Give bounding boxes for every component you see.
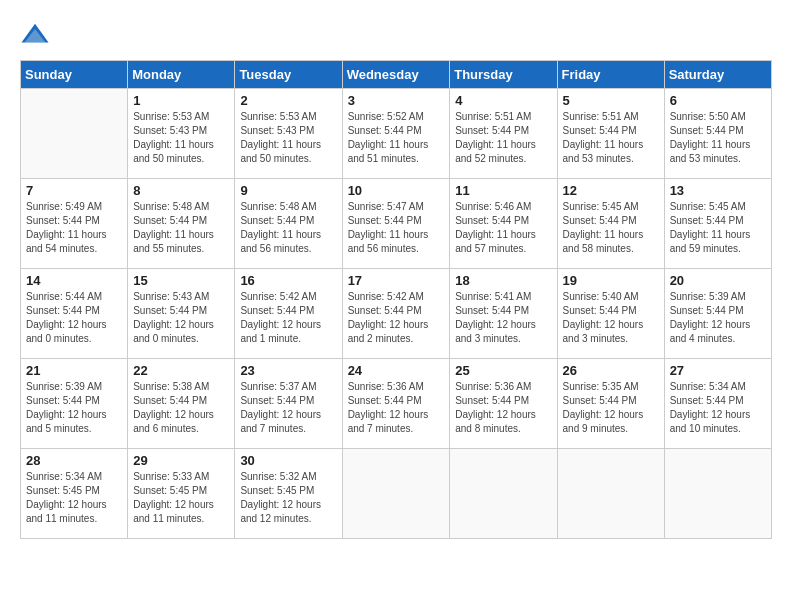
day-number: 12: [563, 183, 659, 198]
calendar-cell: 27Sunrise: 5:34 AM Sunset: 5:44 PM Dayli…: [664, 359, 771, 449]
day-number: 30: [240, 453, 336, 468]
day-number: 8: [133, 183, 229, 198]
calendar-cell: 15Sunrise: 5:43 AM Sunset: 5:44 PM Dayli…: [128, 269, 235, 359]
calendar-cell: 19Sunrise: 5:40 AM Sunset: 5:44 PM Dayli…: [557, 269, 664, 359]
day-number: 28: [26, 453, 122, 468]
calendar-cell: 2Sunrise: 5:53 AM Sunset: 5:43 PM Daylig…: [235, 89, 342, 179]
calendar-cell: 10Sunrise: 5:47 AM Sunset: 5:44 PM Dayli…: [342, 179, 450, 269]
calendar-cell: 3Sunrise: 5:52 AM Sunset: 5:44 PM Daylig…: [342, 89, 450, 179]
day-number: 23: [240, 363, 336, 378]
day-info: Sunrise: 5:49 AM Sunset: 5:44 PM Dayligh…: [26, 200, 122, 256]
calendar-cell: 26Sunrise: 5:35 AM Sunset: 5:44 PM Dayli…: [557, 359, 664, 449]
day-number: 15: [133, 273, 229, 288]
day-number: 13: [670, 183, 766, 198]
calendar-cell: [21, 89, 128, 179]
day-number: 21: [26, 363, 122, 378]
day-number: 11: [455, 183, 551, 198]
day-number: 9: [240, 183, 336, 198]
day-number: 7: [26, 183, 122, 198]
calendar-cell: 14Sunrise: 5:44 AM Sunset: 5:44 PM Dayli…: [21, 269, 128, 359]
calendar-cell: 21Sunrise: 5:39 AM Sunset: 5:44 PM Dayli…: [21, 359, 128, 449]
calendar-cell: 9Sunrise: 5:48 AM Sunset: 5:44 PM Daylig…: [235, 179, 342, 269]
day-info: Sunrise: 5:53 AM Sunset: 5:43 PM Dayligh…: [133, 110, 229, 166]
day-number: 1: [133, 93, 229, 108]
header: [20, 20, 772, 50]
day-info: Sunrise: 5:39 AM Sunset: 5:44 PM Dayligh…: [26, 380, 122, 436]
calendar-week-row: 21Sunrise: 5:39 AM Sunset: 5:44 PM Dayli…: [21, 359, 772, 449]
day-info: Sunrise: 5:43 AM Sunset: 5:44 PM Dayligh…: [133, 290, 229, 346]
logo: [20, 20, 54, 50]
calendar-cell: 5Sunrise: 5:51 AM Sunset: 5:44 PM Daylig…: [557, 89, 664, 179]
day-info: Sunrise: 5:41 AM Sunset: 5:44 PM Dayligh…: [455, 290, 551, 346]
calendar-cell: 22Sunrise: 5:38 AM Sunset: 5:44 PM Dayli…: [128, 359, 235, 449]
calendar-cell: [664, 449, 771, 539]
calendar-cell: [342, 449, 450, 539]
day-info: Sunrise: 5:53 AM Sunset: 5:43 PM Dayligh…: [240, 110, 336, 166]
day-number: 22: [133, 363, 229, 378]
day-info: Sunrise: 5:34 AM Sunset: 5:45 PM Dayligh…: [26, 470, 122, 526]
day-info: Sunrise: 5:37 AM Sunset: 5:44 PM Dayligh…: [240, 380, 336, 436]
day-info: Sunrise: 5:36 AM Sunset: 5:44 PM Dayligh…: [348, 380, 445, 436]
calendar-cell: 24Sunrise: 5:36 AM Sunset: 5:44 PM Dayli…: [342, 359, 450, 449]
day-number: 3: [348, 93, 445, 108]
column-header-saturday: Saturday: [664, 61, 771, 89]
calendar: SundayMondayTuesdayWednesdayThursdayFrid…: [20, 60, 772, 539]
day-info: Sunrise: 5:34 AM Sunset: 5:44 PM Dayligh…: [670, 380, 766, 436]
day-number: 16: [240, 273, 336, 288]
calendar-week-row: 28Sunrise: 5:34 AM Sunset: 5:45 PM Dayli…: [21, 449, 772, 539]
calendar-cell: 20Sunrise: 5:39 AM Sunset: 5:44 PM Dayli…: [664, 269, 771, 359]
day-number: 27: [670, 363, 766, 378]
calendar-week-row: 14Sunrise: 5:44 AM Sunset: 5:44 PM Dayli…: [21, 269, 772, 359]
day-info: Sunrise: 5:40 AM Sunset: 5:44 PM Dayligh…: [563, 290, 659, 346]
day-number: 14: [26, 273, 122, 288]
day-info: Sunrise: 5:45 AM Sunset: 5:44 PM Dayligh…: [563, 200, 659, 256]
calendar-cell: 8Sunrise: 5:48 AM Sunset: 5:44 PM Daylig…: [128, 179, 235, 269]
day-number: 5: [563, 93, 659, 108]
calendar-cell: [557, 449, 664, 539]
logo-icon: [20, 20, 50, 50]
column-header-monday: Monday: [128, 61, 235, 89]
day-number: 17: [348, 273, 445, 288]
calendar-week-row: 7Sunrise: 5:49 AM Sunset: 5:44 PM Daylig…: [21, 179, 772, 269]
day-number: 4: [455, 93, 551, 108]
day-info: Sunrise: 5:42 AM Sunset: 5:44 PM Dayligh…: [240, 290, 336, 346]
day-number: 24: [348, 363, 445, 378]
day-info: Sunrise: 5:44 AM Sunset: 5:44 PM Dayligh…: [26, 290, 122, 346]
day-info: Sunrise: 5:36 AM Sunset: 5:44 PM Dayligh…: [455, 380, 551, 436]
column-header-tuesday: Tuesday: [235, 61, 342, 89]
calendar-cell: 1Sunrise: 5:53 AM Sunset: 5:43 PM Daylig…: [128, 89, 235, 179]
day-info: Sunrise: 5:38 AM Sunset: 5:44 PM Dayligh…: [133, 380, 229, 436]
day-info: Sunrise: 5:48 AM Sunset: 5:44 PM Dayligh…: [133, 200, 229, 256]
calendar-cell: 16Sunrise: 5:42 AM Sunset: 5:44 PM Dayli…: [235, 269, 342, 359]
day-number: 6: [670, 93, 766, 108]
calendar-cell: 29Sunrise: 5:33 AM Sunset: 5:45 PM Dayli…: [128, 449, 235, 539]
column-header-wednesday: Wednesday: [342, 61, 450, 89]
calendar-cell: 17Sunrise: 5:42 AM Sunset: 5:44 PM Dayli…: [342, 269, 450, 359]
day-info: Sunrise: 5:51 AM Sunset: 5:44 PM Dayligh…: [455, 110, 551, 166]
day-number: 26: [563, 363, 659, 378]
calendar-cell: 11Sunrise: 5:46 AM Sunset: 5:44 PM Dayli…: [450, 179, 557, 269]
calendar-cell: 6Sunrise: 5:50 AM Sunset: 5:44 PM Daylig…: [664, 89, 771, 179]
day-info: Sunrise: 5:33 AM Sunset: 5:45 PM Dayligh…: [133, 470, 229, 526]
day-number: 25: [455, 363, 551, 378]
calendar-cell: [450, 449, 557, 539]
column-header-friday: Friday: [557, 61, 664, 89]
calendar-cell: 23Sunrise: 5:37 AM Sunset: 5:44 PM Dayli…: [235, 359, 342, 449]
calendar-cell: 28Sunrise: 5:34 AM Sunset: 5:45 PM Dayli…: [21, 449, 128, 539]
calendar-cell: 30Sunrise: 5:32 AM Sunset: 5:45 PM Dayli…: [235, 449, 342, 539]
day-info: Sunrise: 5:48 AM Sunset: 5:44 PM Dayligh…: [240, 200, 336, 256]
day-info: Sunrise: 5:35 AM Sunset: 5:44 PM Dayligh…: [563, 380, 659, 436]
day-info: Sunrise: 5:47 AM Sunset: 5:44 PM Dayligh…: [348, 200, 445, 256]
day-info: Sunrise: 5:46 AM Sunset: 5:44 PM Dayligh…: [455, 200, 551, 256]
calendar-cell: 25Sunrise: 5:36 AM Sunset: 5:44 PM Dayli…: [450, 359, 557, 449]
day-number: 18: [455, 273, 551, 288]
day-info: Sunrise: 5:42 AM Sunset: 5:44 PM Dayligh…: [348, 290, 445, 346]
day-info: Sunrise: 5:50 AM Sunset: 5:44 PM Dayligh…: [670, 110, 766, 166]
column-header-thursday: Thursday: [450, 61, 557, 89]
day-number: 29: [133, 453, 229, 468]
day-number: 19: [563, 273, 659, 288]
day-number: 20: [670, 273, 766, 288]
calendar-cell: 12Sunrise: 5:45 AM Sunset: 5:44 PM Dayli…: [557, 179, 664, 269]
calendar-cell: 4Sunrise: 5:51 AM Sunset: 5:44 PM Daylig…: [450, 89, 557, 179]
calendar-week-row: 1Sunrise: 5:53 AM Sunset: 5:43 PM Daylig…: [21, 89, 772, 179]
